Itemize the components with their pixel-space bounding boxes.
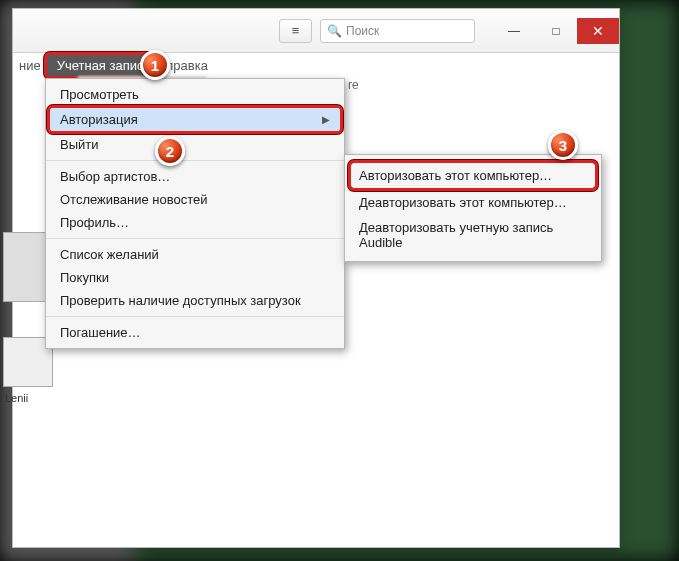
badge-number: 3 — [559, 137, 567, 154]
menu-item-label: Просмотреть — [60, 87, 139, 102]
close-icon: ✕ — [592, 23, 604, 39]
menu-item-label: Проверить наличие доступных загрузок — [60, 293, 301, 308]
menu-item-view[interactable]: Просмотреть — [46, 83, 344, 106]
callout-badge-1: 1 — [140, 50, 170, 80]
badge-number: 1 — [151, 57, 159, 74]
callout-badge-2: 2 — [155, 136, 185, 166]
menu-item-label: Отслеживание новостей — [60, 192, 208, 207]
authorization-submenu: Авторизовать этот компьютер… Деавторизов… — [344, 154, 602, 262]
submenu-item-label: Авторизовать этот компьютер… — [359, 168, 552, 183]
menu-item-wishlist[interactable]: Список желаний — [46, 238, 344, 266]
menu-item-label: Авторизация — [60, 112, 138, 127]
menu-item-label: Список желаний — [60, 247, 159, 262]
account-menu: Просмотреть Авторизация ▶ Выйти Выбор ар… — [45, 78, 345, 349]
titlebar: ≡ 🔍 Поиск — □ ✕ — [13, 9, 619, 53]
submenu-item-label: Деавторизовать учетную запись Audible — [359, 220, 553, 250]
menu-item-artists[interactable]: Выбор артистов… — [46, 160, 344, 188]
menu-item-redeem[interactable]: Погашение… — [46, 316, 344, 344]
minimize-button[interactable]: — — [493, 18, 535, 44]
minimize-icon: — — [508, 24, 520, 38]
callout-badge-3: 3 — [548, 130, 578, 160]
menu-item-cut-left[interactable]: ние — [19, 58, 41, 73]
list-view-button[interactable]: ≡ — [279, 19, 312, 43]
menu-item-check-downloads[interactable]: Проверить наличие доступных загрузок — [46, 289, 344, 312]
maximize-icon: □ — [552, 24, 559, 38]
close-button[interactable]: ✕ — [577, 18, 619, 44]
menubar: ние Учетная запись правка — [13, 53, 619, 77]
menu-item-label: Выбор артистов… — [60, 169, 170, 184]
menu-item-label: Выйти — [60, 137, 99, 152]
badge-number: 2 — [166, 143, 174, 160]
menu-item-label: Профиль… — [60, 215, 129, 230]
search-placeholder: Поиск — [346, 24, 379, 38]
submenu-item-deauthorize-audible[interactable]: Деавторизовать учетную запись Audible — [345, 215, 601, 255]
list-icon: ≡ — [292, 23, 300, 38]
menu-item-news[interactable]: Отслеживание новостей — [46, 188, 344, 211]
maximize-button[interactable]: □ — [535, 18, 577, 44]
submenu-item-authorize[interactable]: Авторизовать этот компьютер… — [351, 163, 595, 188]
menu-item-cut-help[interactable]: правка — [166, 58, 208, 73]
menu-item-signout[interactable]: Выйти — [46, 133, 344, 156]
thumb-caption: Lenii — [5, 392, 28, 404]
submenu-item-label: Деавторизовать этот компьютер… — [359, 195, 567, 210]
chevron-right-icon: ▶ — [322, 114, 330, 125]
submenu-item-deauthorize[interactable]: Деавторизовать этот компьютер… — [345, 190, 601, 215]
menu-item-label: Погашение… — [60, 325, 141, 340]
search-icon: 🔍 — [327, 24, 342, 38]
text-fragment-re: re — [348, 78, 359, 92]
menu-item-authorization[interactable]: Авторизация ▶ — [50, 108, 340, 131]
menu-item-profile[interactable]: Профиль… — [46, 211, 344, 234]
window-controls: — □ ✕ — [493, 18, 619, 44]
menu-item-label: Покупки — [60, 270, 109, 285]
menu-item-purchases[interactable]: Покупки — [46, 266, 344, 289]
search-input[interactable]: 🔍 Поиск — [320, 19, 475, 43]
